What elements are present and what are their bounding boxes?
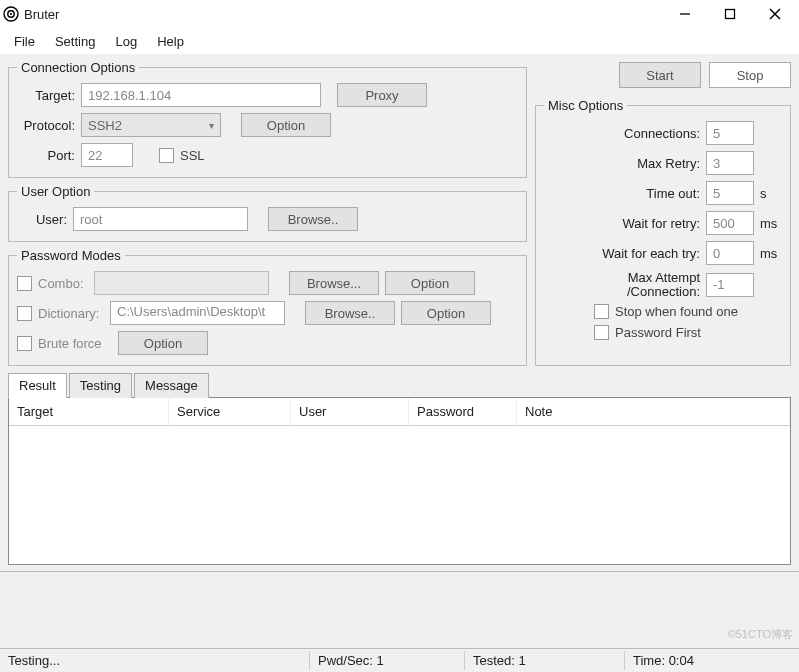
svg-rect-4: [725, 10, 734, 19]
watermark: ©51CTO博客: [728, 627, 793, 642]
stop-when-found-label: Stop when found one: [615, 304, 738, 319]
status-time: Time: 0:04: [625, 651, 799, 670]
column-user[interactable]: User: [291, 398, 409, 425]
ssl-checkbox[interactable]: [159, 148, 174, 163]
dictionary-label: Dictionary:: [38, 306, 104, 321]
protocol-option-button[interactable]: Option: [241, 113, 331, 137]
tab-testing[interactable]: Testing: [69, 373, 132, 398]
maxretry-input[interactable]: [706, 151, 754, 175]
connection-options-group: Connection Options Target: Proxy Protoco…: [8, 60, 527, 178]
port-label: Port:: [17, 148, 75, 163]
port-input[interactable]: [81, 143, 133, 167]
combo-browse-button[interactable]: Browse...: [289, 271, 379, 295]
start-button[interactable]: Start: [619, 62, 701, 88]
user-legend: User Option: [17, 184, 94, 199]
user-input[interactable]: [73, 207, 248, 231]
column-target[interactable]: Target: [9, 398, 169, 425]
combo-option-button[interactable]: Option: [385, 271, 475, 295]
menu-setting[interactable]: Setting: [47, 31, 103, 52]
dictionary-browse-button[interactable]: Browse..: [305, 301, 395, 325]
connection-legend: Connection Options: [17, 60, 139, 75]
password-first-checkbox[interactable]: [594, 325, 609, 340]
timeout-label: Time out:: [544, 186, 700, 201]
misc-options-group: Misc Options Connections: Max Retry: Tim…: [535, 98, 791, 366]
password-legend: Password Modes: [17, 248, 125, 263]
menu-help[interactable]: Help: [149, 31, 192, 52]
waiteach-input[interactable]: [706, 241, 754, 265]
waitretry-input[interactable]: [706, 211, 754, 235]
target-label: Target:: [17, 88, 75, 103]
menu-log[interactable]: Log: [107, 31, 145, 52]
waiteach-unit: ms: [760, 246, 782, 261]
column-service[interactable]: Service: [169, 398, 291, 425]
protocol-select[interactable]: SSH2 ▾: [81, 113, 221, 137]
waiteach-label: Wait for each try:: [544, 246, 700, 261]
column-note[interactable]: Note: [517, 398, 790, 425]
target-input[interactable]: [81, 83, 321, 107]
window-maximize-button[interactable]: [707, 0, 752, 28]
menu-file[interactable]: File: [6, 31, 43, 52]
proxy-button[interactable]: Proxy: [337, 83, 427, 107]
protocol-value: SSH2: [88, 118, 122, 133]
brute-force-option-button[interactable]: Option: [118, 331, 208, 355]
tab-result[interactable]: Result: [8, 373, 67, 398]
password-first-label: Password First: [615, 325, 701, 340]
connections-label: Connections:: [544, 126, 700, 141]
combo-checkbox[interactable]: [17, 276, 32, 291]
window-title: Bruter: [24, 7, 59, 22]
password-modes-group: Password Modes Combo: Browse... Option D…: [8, 248, 527, 366]
timeout-input[interactable]: [706, 181, 754, 205]
window-minimize-button[interactable]: [662, 0, 707, 28]
combo-label: Combo:: [38, 276, 88, 291]
stop-when-found-checkbox[interactable]: [594, 304, 609, 319]
protocol-label: Protocol:: [17, 118, 75, 133]
chevron-down-icon: ▾: [209, 120, 214, 131]
svg-point-2: [10, 13, 12, 15]
max-attempt-input[interactable]: [706, 273, 754, 297]
waitretry-label: Wait for retry:: [544, 216, 700, 231]
window-close-button[interactable]: [752, 0, 797, 28]
brute-force-label: Brute force: [38, 336, 112, 351]
column-password[interactable]: Password: [409, 398, 517, 425]
dictionary-checkbox[interactable]: [17, 306, 32, 321]
result-table: Target Service User Password Note: [8, 397, 791, 565]
ssl-label: SSL: [180, 148, 205, 163]
status-bar: Testing... Pwd/Sec: 1 Tested: 1 Time: 0:…: [0, 648, 799, 672]
user-label: User:: [17, 212, 67, 227]
maxretry-label: Max Retry:: [544, 156, 700, 171]
user-browse-button[interactable]: Browse..: [268, 207, 358, 231]
timeout-unit: s: [760, 186, 782, 201]
status-pwd-sec: Pwd/Sec: 1: [310, 651, 465, 670]
stop-button[interactable]: Stop: [709, 62, 791, 88]
dictionary-option-button[interactable]: Option: [401, 301, 491, 325]
app-icon: [2, 5, 20, 23]
status-state: Testing...: [0, 651, 310, 670]
max-attempt-label: Max Attempt /Connection:: [544, 271, 700, 298]
connections-input[interactable]: [706, 121, 754, 145]
brute-force-checkbox[interactable]: [17, 336, 32, 351]
status-tested: Tested: 1: [465, 651, 625, 670]
misc-legend: Misc Options: [544, 98, 627, 113]
separator: [0, 571, 799, 573]
combo-path-input[interactable]: [94, 271, 269, 295]
dictionary-path-input[interactable]: C:\Users\admin\Desktop\t: [110, 301, 285, 325]
waitretry-unit: ms: [760, 216, 782, 231]
user-option-group: User Option User: Browse..: [8, 184, 527, 242]
tab-message[interactable]: Message: [134, 373, 209, 398]
